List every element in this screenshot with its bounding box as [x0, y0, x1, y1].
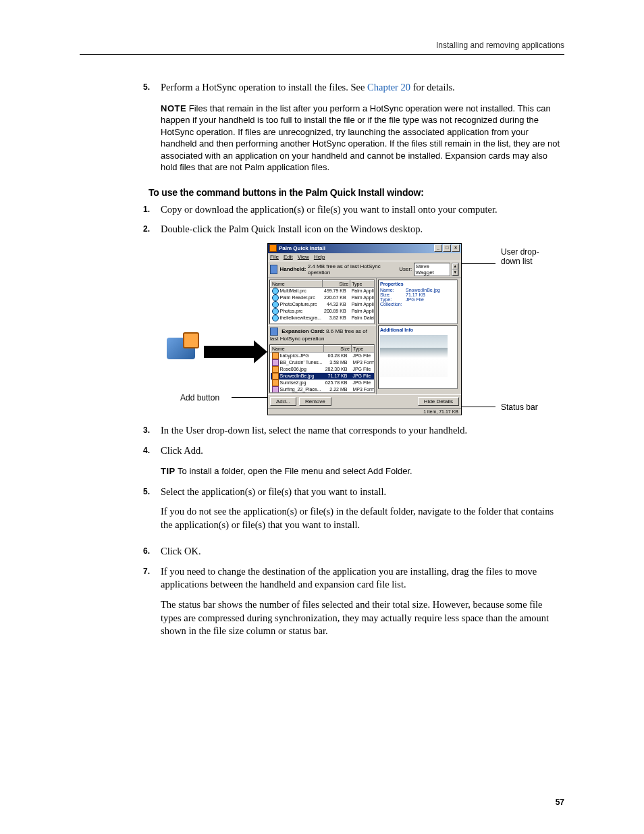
step-number: 5. [143, 82, 154, 95]
table-row[interactable]: thelielknewitesgra...3.82 KBPalm Databas… [271, 315, 375, 321]
user-dropdown-scroll[interactable]: ▲▼ [452, 263, 459, 276]
close-button[interactable]: × [452, 244, 460, 252]
step-4: 4. Click Add. [161, 444, 564, 458]
menubar: FileEditViewHelp [268, 253, 461, 261]
quick-install-window: Palm Quick Install _□× FileEditViewHelp … [267, 243, 462, 415]
desktop-shortcut-icon [165, 338, 197, 370]
card-icon [270, 328, 278, 336]
menu-file[interactable]: File [270, 254, 279, 260]
callout-add-button: Add button [180, 393, 219, 402]
table-row[interactable]: PhotoCapture.prc44.32 KBPalm Application [271, 301, 375, 308]
expansion-card-toolbar: Expansion Card: 8.6 MB free as of last H… [268, 325, 376, 343]
chapter-20-link[interactable]: Chapter 20 [367, 82, 410, 93]
menu-edit[interactable]: Edit [284, 254, 293, 260]
menu-help[interactable]: Help [314, 254, 325, 260]
exp-rows: babypics.JPG60.28 KBJPG FileBB_Cruisin' … [271, 352, 375, 393]
callout-status-bar: Status bar [501, 402, 538, 412]
properties-header: Properties [380, 282, 456, 286]
user-dropdown[interactable]: Steve Wagget [414, 263, 450, 276]
info-column: Properties Name:SnowedInBe.jpg Size:71.1… [376, 278, 459, 394]
remove-button[interactable]: Remove [299, 397, 331, 406]
step-5: 5. Select the application(s) or file(s) … [161, 486, 564, 539]
add-button[interactable]: Add... [270, 397, 296, 406]
handheld-free-space: 2.4 MB free as of last HotSync operation [308, 263, 399, 276]
status-bar: 1 item, 71.17 KB [268, 408, 461, 415]
col-size[interactable]: Size [324, 345, 352, 352]
step-7: 7. If you need to change the destination… [161, 565, 564, 645]
window-body: Name Size Type MultiMail.prc499.79 KBPal… [268, 278, 461, 394]
col-type[interactable]: Type [351, 345, 375, 352]
step-1: 1. Copy or download the application(s) o… [161, 203, 564, 217]
user-label: User: [399, 266, 412, 272]
callout-user-dropdown: User drop-down list [501, 247, 555, 266]
page-content: 5. Perform a HotSync operation to instal… [0, 81, 644, 645]
handheld-file-list[interactable]: Name Size Type MultiMail.prc499.79 KBPal… [269, 280, 375, 324]
file-lists-column: Name Size Type MultiMail.prc499.79 KBPal… [268, 278, 376, 394]
window-title: Palm Quick Install [279, 245, 325, 251]
hh-rows: MultiMail.prc499.79 KBPalm ApplicationPa… [271, 287, 375, 321]
page-header: Installing and removing applications [80, 41, 564, 55]
table-row[interactable]: babypics.JPG60.28 KBJPG File [271, 352, 375, 359]
table-row[interactable]: Surfing_22_Place...2.22 MBMP3 Format Sou… [271, 386, 375, 393]
col-size[interactable]: Size [323, 280, 350, 287]
titlebar[interactable]: Palm Quick Install _□× [268, 244, 461, 253]
image-preview [380, 335, 448, 377]
button-bar: Add... Remove Hide Details [268, 394, 461, 408]
callout-line [462, 407, 495, 407]
step-3: 3. In the User drop-down list, select th… [161, 424, 564, 438]
additional-info-header: Additional Info [379, 326, 457, 334]
maximize-button[interactable]: □ [443, 244, 451, 252]
table-row[interactable]: Sunrise2.jpg625.78 KBJPG File [271, 380, 375, 386]
additional-info-panel: Additional Info [378, 325, 458, 389]
handheld-toolbar: Handheld: 2.4 MB free as of last HotSync… [268, 261, 461, 278]
hide-details-button[interactable]: Hide Details [418, 397, 459, 406]
page-number: 57 [556, 798, 564, 807]
tip-label: TIP [161, 466, 176, 476]
table-row[interactable]: Photos.prc200.89 KBPalm Application [271, 308, 375, 315]
document-page: Installing and removing applications 5. … [0, 0, 644, 834]
note-text: Files that remain in the list after you … [161, 103, 560, 173]
expansion-card-file-list[interactable]: Name Size Type babypics.JPG60.28 KBJPG F… [269, 344, 375, 393]
subheading: To use the command buttons in the Palm Q… [149, 187, 564, 198]
col-name[interactable]: Name [271, 345, 324, 352]
step-6: 6. Click OK. [161, 545, 564, 558]
window-buttons: _□× [433, 244, 460, 252]
arrow-icon [204, 346, 258, 358]
table-row[interactable]: Rose006.jpg282.30 KBJPG File [271, 366, 375, 373]
menu-view[interactable]: View [298, 254, 309, 260]
step-2: 2. Double-click the Palm Quick Install i… [161, 223, 564, 236]
step-text: Perform a HotSync operation to install t… [161, 81, 455, 95]
handheld-icon [270, 265, 277, 274]
table-row[interactable]: SnowedInBe.jpg71.17 KBJPG File [271, 373, 375, 380]
col-name[interactable]: Name [271, 280, 323, 287]
col-type[interactable]: Type [350, 280, 375, 287]
app-icon [269, 244, 277, 252]
tip-text: To install a folder, open the File menu … [176, 466, 412, 476]
tip-block: TIP To install a folder, open the File m… [161, 465, 564, 477]
note-label: NOTE [161, 103, 186, 113]
callout-line [462, 263, 495, 264]
minimize-button[interactable]: _ [434, 244, 442, 252]
quick-install-icon [167, 338, 195, 359]
handheld-label: Handheld: [279, 266, 306, 272]
callout-line [232, 397, 269, 398]
note-block: NOTE Files that remain in the list after… [161, 103, 564, 174]
table-row[interactable]: MultiMail.prc499.79 KBPalm Application [271, 287, 375, 294]
table-row[interactable]: BB_Cruisin' Tunes...3.58 MBMP3 Format So… [271, 359, 375, 366]
step-5-top: 5. Perform a HotSync operation to instal… [161, 81, 564, 95]
table-row[interactable]: Palm Reader.prc220.67 KBPalm Application [271, 294, 375, 301]
quick-install-figure: User drop-down list Add button Status ba… [161, 243, 559, 411]
properties-panel: Properties Name:SnowedInBe.jpg Size:71.1… [378, 280, 458, 324]
